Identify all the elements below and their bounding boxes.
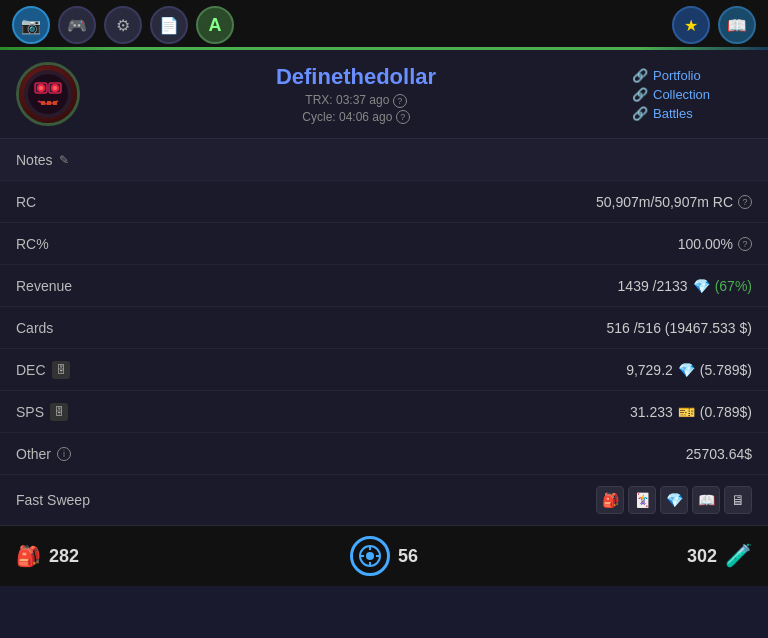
bottom-center-value: 56 (398, 546, 418, 567)
sweep-icon-computer[interactable]: 🖥 (724, 486, 752, 514)
profile-name: Definethedollar (96, 64, 616, 90)
profile-section: Definethedollar TRX: 03:37 ago ? Cycle: … (0, 50, 768, 139)
svg-point-6 (39, 86, 43, 90)
cards-value: 516 /516 (19467.533 $) (606, 320, 752, 336)
profile-cycle: Cycle: 04:06 ago ? (96, 110, 616, 125)
gamepad-nav-icon[interactable]: 🎮 (58, 6, 96, 44)
collection-link[interactable]: 🔗 Collection (632, 87, 752, 102)
stats-container: Notes ✎ RC 50,907m/50,907m RC ? RC% 100.… (0, 139, 768, 525)
rc-value: 50,907m/50,907m RC ? (596, 194, 752, 210)
bottom-center-item: 56 (261, 536, 506, 576)
sweep-icon-card[interactable]: 🃏 (628, 486, 656, 514)
top-nav: 📷 🎮 ⚙ 📄 A ★ 📖 (0, 0, 768, 50)
battles-link[interactable]: 🔗 Battles (632, 106, 752, 121)
other-row: Other i 25703.64$ (0, 433, 768, 475)
battles-link-icon: 🔗 (632, 106, 648, 121)
sps-storage-icon[interactable]: 🗄 (50, 403, 68, 421)
dec-label: DEC 🗄 (16, 361, 70, 379)
svg-point-7 (53, 86, 57, 90)
rc-pct-value: 100.00% ? (678, 236, 752, 252)
profile-center: Definethedollar TRX: 03:37 ago ? Cycle: … (96, 64, 616, 125)
revenue-gem-icon: 💎 (693, 278, 710, 294)
svg-point-1 (28, 74, 68, 114)
fast-sweep-row: Fast Sweep 🎒 🃏 💎 📖 🖥 (0, 475, 768, 525)
cards-label: Cards (16, 320, 53, 336)
svg-rect-9 (47, 101, 51, 105)
sps-row: SPS 🗄 31.233 🎫 (0.789$) (0, 391, 768, 433)
fast-sweep-label: Fast Sweep (16, 492, 90, 508)
rc-pct-row: RC% 100.00% ? (0, 223, 768, 265)
rc-pct-info-icon[interactable]: ? (738, 237, 752, 251)
bottom-left-value: 282 (49, 546, 79, 567)
profile-trx: TRX: 03:37 ago ? (96, 93, 616, 108)
book-nav-icon[interactable]: 📖 (718, 6, 756, 44)
other-info-icon[interactable]: i (57, 447, 71, 461)
rc-pct-label: RC% (16, 236, 49, 252)
cards-row: Cards 516 /516 (19467.533 $) (0, 307, 768, 349)
sweep-icon-gem[interactable]: 💎 (660, 486, 688, 514)
portfolio-link[interactable]: 🔗 Portfolio (632, 68, 752, 83)
dec-value: 9,729.2 💎 (5.789$) (626, 362, 752, 378)
sweep-icon-book[interactable]: 📖 (692, 486, 720, 514)
bottom-right-value: 302 (687, 546, 717, 567)
dec-row: DEC 🗄 9,729.2 💎 (5.789$) (0, 349, 768, 391)
sweep-icon-bag[interactable]: 🎒 (596, 486, 624, 514)
star-nav-icon[interactable]: ★ (672, 6, 710, 44)
sps-label: SPS 🗄 (16, 403, 68, 421)
svg-rect-10 (53, 101, 57, 105)
svg-point-12 (366, 552, 374, 560)
document-nav-icon[interactable]: 📄 (150, 6, 188, 44)
collection-link-icon: 🔗 (632, 87, 648, 102)
portfolio-link-icon: 🔗 (632, 68, 648, 83)
revenue-label: Revenue (16, 278, 72, 294)
spin-wheel-icon[interactable] (350, 536, 390, 576)
bottom-right-item: 302 🧪 (507, 543, 752, 569)
camera-nav-icon[interactable]: 📷 (12, 6, 50, 44)
trx-info-icon[interactable]: ? (393, 94, 407, 108)
dec-storage-icon[interactable]: 🗄 (52, 361, 70, 379)
notes-row: Notes ✎ (0, 139, 768, 181)
sps-gem-icon: 🎫 (678, 404, 695, 420)
avatar (16, 62, 80, 126)
bottom-left-item: 🎒 282 (16, 544, 261, 568)
other-label: Other i (16, 446, 71, 462)
rc-label: RC (16, 194, 36, 210)
revenue-pct: (67%) (715, 278, 752, 294)
bottom-bar: 🎒 282 56 302 🧪 (0, 525, 768, 586)
sps-value: 31.233 🎫 (0.789$) (630, 404, 752, 420)
profile-links: 🔗 Portfolio 🔗 Collection 🔗 Battles (632, 68, 752, 121)
rc-info-icon[interactable]: ? (738, 195, 752, 209)
user-nav-icon[interactable]: A (196, 6, 234, 44)
notes-edit-icon[interactable]: ✎ (59, 153, 69, 167)
dec-gem-icon: 💎 (678, 362, 695, 378)
settings-nav-icon[interactable]: ⚙ (104, 6, 142, 44)
revenue-row: Revenue 1439 /2133 💎 (67%) (0, 265, 768, 307)
svg-rect-8 (41, 101, 45, 105)
cycle-info-icon[interactable]: ? (396, 110, 410, 124)
fast-sweep-icons: 🎒 🃏 💎 📖 🖥 (596, 486, 752, 514)
bottom-left-icon: 🎒 (16, 544, 41, 568)
other-value: 25703.64$ (686, 446, 752, 462)
revenue-value: 1439 /2133 💎 (67%) (618, 278, 752, 294)
rc-row: RC 50,907m/50,907m RC ? (0, 181, 768, 223)
notes-label: Notes ✎ (16, 152, 69, 168)
bottom-right-icon: 🧪 (725, 543, 752, 569)
